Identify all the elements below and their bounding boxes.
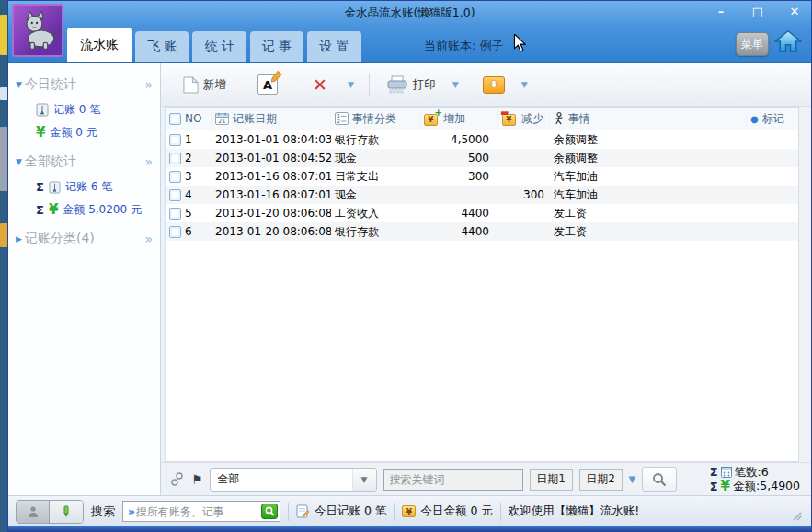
row-checkbox[interactable]: [169, 189, 181, 201]
sidebar-section-all-stats[interactable]: ▼ 全部统计 »: [8, 150, 160, 174]
table-row[interactable]: 1 2013-01-01 08:04:03 银行存款 4,5000 余额调整: [166, 130, 798, 149]
person-view-button[interactable]: [17, 501, 50, 523]
table-row[interactable]: 5 2013-01-20 08:06:08 工资收入 4400 发工资: [166, 204, 798, 222]
menu-button[interactable]: 菜单: [736, 32, 769, 56]
scope-selected-value: 全部: [211, 471, 352, 487]
table-row[interactable]: 4 2013-01-16 08:07:01 现金 300 汽车加油: [166, 186, 798, 204]
row-category: 工资收入: [331, 206, 420, 221]
link-rings-icon: [170, 471, 185, 488]
add-record-button[interactable]: 新增: [177, 73, 232, 97]
row-checkbox[interactable]: [169, 171, 181, 183]
print-dropdown-arrow[interactable]: ▼: [449, 78, 463, 91]
tab-tongji[interactable]: 统 计: [192, 31, 246, 62]
row-event: 余额调整: [550, 151, 747, 166]
column-header-mark[interactable]: ● 标记: [747, 108, 798, 130]
row-event: 汽车加油: [550, 169, 747, 185]
global-search-input[interactable]: [136, 505, 261, 518]
date-dropdown-arrow[interactable]: ▼: [629, 474, 636, 484]
date1-button[interactable]: 日期1: [530, 469, 573, 491]
chevrons-icon[interactable]: »: [144, 154, 151, 169]
row-event: 余额调整: [550, 132, 747, 148]
delete-x-icon: ✕: [309, 76, 331, 94]
today-amount-status: ¥ 今日金额 0 元: [402, 504, 492, 519]
scope-select[interactable]: 全部 ▼: [210, 468, 377, 492]
combo-dropdown-arrow[interactable]: ▼: [352, 469, 376, 491]
tab-feizhang[interactable]: 飞 账: [135, 31, 189, 62]
chevrons-icon[interactable]: »: [144, 77, 151, 92]
date2-button[interactable]: 日期2: [579, 469, 623, 491]
chevrons-icon: »: [123, 505, 136, 518]
blue-dot-icon: ●: [750, 114, 759, 124]
status-divider: [394, 503, 395, 521]
row-category: 现金: [331, 151, 420, 166]
row-number: 1: [185, 133, 192, 146]
table-row[interactable]: 2 2013-01-01 08:04:52 现金 500 余额调整: [166, 149, 798, 167]
search-go-button[interactable]: [261, 504, 278, 519]
home-icon[interactable]: [774, 28, 804, 56]
yuan-icon: ¥: [49, 203, 58, 217]
status-divider: [288, 503, 289, 521]
section-title: 记账分类(4): [25, 231, 95, 247]
current-book-label: 当前账本: 例子: [424, 38, 504, 54]
export-dropdown-arrow[interactable]: ▼: [518, 78, 532, 91]
export-button[interactable]: [477, 73, 510, 97]
svg-text:2: 2: [337, 119, 341, 124]
column-header-event[interactable]: 事情: [550, 108, 747, 130]
tab-liushuizhang[interactable]: 流水账: [67, 28, 132, 62]
money-plus-icon: ¥+: [424, 112, 440, 126]
row-increase: 500: [420, 152, 498, 164]
row-number: 6: [185, 225, 192, 238]
view-mode-buttons: [16, 500, 84, 524]
toolbar: 新增 A ✕ ▼: [161, 63, 811, 107]
row-checkbox[interactable]: [169, 208, 181, 220]
row-number: 2: [185, 152, 192, 164]
sidebar: ▼ 今日统计 » 记账 0 笔 ¥ 金额 0 元 ▼: [8, 63, 161, 495]
edit-record-button[interactable]: A: [252, 71, 283, 98]
flag-icon[interactable]: ⚑: [191, 472, 203, 487]
all-amount-stat: Σ ¥ 金额 5,0200 元: [36, 198, 160, 221]
row-checkbox[interactable]: [169, 153, 181, 164]
row-category: 现金: [331, 187, 420, 203]
filter-search-button[interactable]: [642, 467, 677, 492]
window-bottom-border: [8, 526, 811, 531]
row-checkbox[interactable]: [169, 226, 181, 238]
delete-dropdown-arrow[interactable]: ▼: [344, 78, 358, 91]
row-event: 汽车加油: [550, 187, 747, 203]
sidebar-section-categories[interactable]: ▶ 记账分类(4) »: [8, 227, 160, 251]
yuan-icon: ¥: [721, 480, 730, 493]
magnifier-icon: [652, 472, 667, 487]
keyword-search-input[interactable]: [383, 469, 523, 491]
column-header-date[interactable]: 21 记账日期: [212, 108, 331, 130]
close-button[interactable]: ✕: [787, 5, 802, 18]
row-date: 2013-01-16 08:07:01: [212, 188, 331, 201]
column-header-increase[interactable]: ¥+ 增加: [420, 108, 498, 130]
table-row[interactable]: 6 2013-01-20 08:06:08 银行存款 4400 发工资: [166, 222, 798, 241]
print-button[interactable]: 打印: [381, 72, 441, 97]
minimize-button[interactable]: –: [714, 5, 728, 18]
row-category: 银行存款: [331, 224, 420, 240]
row-event: 发工资: [550, 224, 747, 240]
select-all-checkbox[interactable]: [169, 113, 181, 125]
row-checkbox[interactable]: [169, 134, 181, 146]
delete-record-button[interactable]: ✕: [303, 73, 337, 97]
mouse-cursor: [513, 34, 526, 52]
sidebar-section-today-stats[interactable]: ▼ 今日统计 »: [8, 73, 160, 96]
today-entries-status: 今日记账 0 笔: [296, 504, 386, 519]
tab-jishi[interactable]: 记 事: [250, 31, 303, 62]
collapsed-triangle-icon: ▶: [16, 234, 22, 243]
yuan-box-icon: ¥: [402, 505, 416, 517]
maximize-button[interactable]: □: [750, 5, 765, 18]
filtered-count-stat: Σ 笔数:6: [710, 466, 800, 479]
tab-shezhi[interactable]: 设 置: [307, 31, 360, 62]
column-header-category[interactable]: 1 2 事情分类: [331, 108, 420, 130]
sigma-icon: Σ: [710, 466, 718, 478]
column-header-decrease[interactable]: ¥▬ 减少: [498, 108, 550, 130]
resize-grip[interactable]: [791, 510, 804, 526]
pen-view-button[interactable]: [50, 501, 83, 523]
filtered-amount-stat: Σ ¥ 金额:5,4900: [710, 480, 800, 493]
printer-icon: [386, 75, 408, 94]
chevrons-icon[interactable]: »: [144, 232, 151, 246]
table-row[interactable]: 3 2013-01-16 08:07:01 日常支出 300 汽车加油: [166, 167, 798, 186]
column-header-no[interactable]: NO: [166, 108, 212, 130]
magnifier-icon: [265, 506, 275, 516]
